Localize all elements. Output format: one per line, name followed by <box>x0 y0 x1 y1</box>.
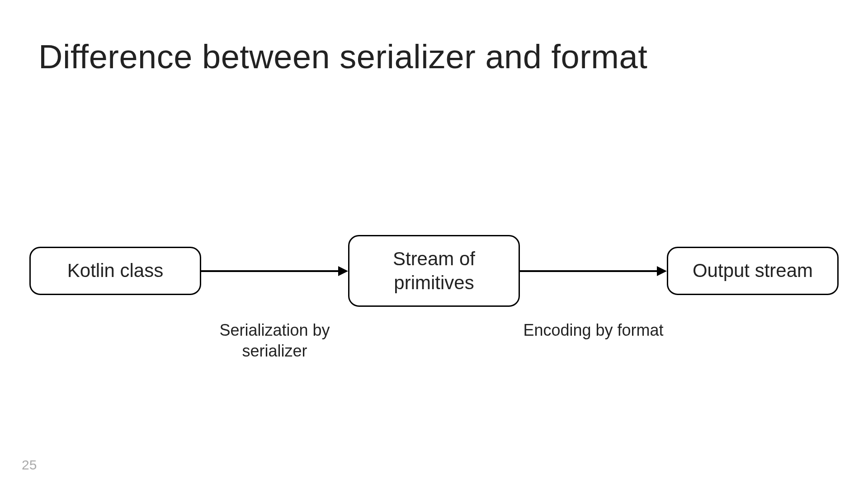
page-number: 25 <box>22 457 37 473</box>
arrow-head-icon <box>338 266 348 276</box>
flow-arrow-format: Encoding by format <box>520 270 667 272</box>
arrow-head-icon <box>657 266 667 276</box>
flow-box-kotlin-class: Kotlin class <box>29 247 201 295</box>
arrow-line-icon <box>520 270 659 272</box>
flow-diagram: Kotlin class Serialization by serializer… <box>29 235 839 307</box>
arrow-label-format: Encoding by format <box>520 320 667 341</box>
flow-arrow-serializer: Serialization by serializer <box>201 270 348 272</box>
arrow-label-serializer: Serialization by serializer <box>201 320 348 362</box>
slide-title: Difference between serializer and format <box>38 36 647 78</box>
flow-box-output-stream: Output stream <box>667 247 839 295</box>
arrow-line-icon <box>201 270 340 272</box>
flow-box-stream-primitives: Stream of primitives <box>348 235 520 307</box>
